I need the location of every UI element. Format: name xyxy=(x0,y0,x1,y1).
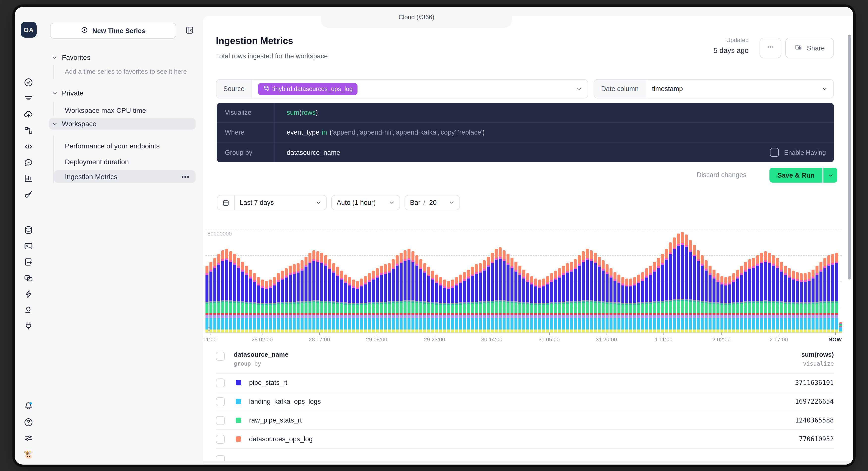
stacked-bar[interactable] xyxy=(336,267,339,333)
stacked-bar[interactable] xyxy=(344,275,347,333)
table-row[interactable]: pipe_stats_rt3711636101 xyxy=(216,374,834,392)
code-icon[interactable] xyxy=(23,141,34,152)
stacked-bar[interactable] xyxy=(562,266,565,333)
stacked-bar[interactable] xyxy=(423,263,426,333)
filter-lines-icon[interactable] xyxy=(23,93,34,104)
stacked-bar[interactable] xyxy=(526,273,529,333)
stacked-bar[interactable] xyxy=(269,280,272,333)
stacked-bar[interactable] xyxy=(249,269,252,333)
stacked-bar[interactable] xyxy=(530,276,533,333)
stacked-bar[interactable] xyxy=(590,250,592,333)
stacked-bar[interactable] xyxy=(732,273,735,333)
stacked-bar[interactable] xyxy=(653,262,656,333)
stacked-bar[interactable] xyxy=(788,268,790,333)
stacked-bar[interactable] xyxy=(669,242,672,333)
stacked-bar[interactable] xyxy=(601,261,604,333)
item-more-icon[interactable]: ••• xyxy=(182,173,190,180)
row-checkbox[interactable] xyxy=(216,397,225,406)
stacked-bar[interactable] xyxy=(320,253,323,333)
stacked-bar[interactable] xyxy=(364,276,367,333)
stacked-bar[interactable] xyxy=(546,276,549,333)
stacked-bar[interactable] xyxy=(819,262,822,333)
stacked-bar[interactable] xyxy=(217,254,220,333)
stacked-bar[interactable] xyxy=(233,254,236,333)
groupby-row[interactable]: Group by datasource_name Enable Having xyxy=(217,143,834,162)
stacked-bar[interactable] xyxy=(506,254,509,333)
stacked-bar[interactable] xyxy=(281,271,283,333)
stacked-bar[interactable] xyxy=(519,266,521,333)
save-run-dropdown-button[interactable] xyxy=(824,168,837,182)
stacked-bar[interactable] xyxy=(435,275,438,333)
stacked-bar[interactable] xyxy=(356,281,359,333)
copy-icon[interactable] xyxy=(23,273,34,283)
stacked-bar[interactable] xyxy=(479,263,482,333)
key-icon[interactable] xyxy=(23,190,34,200)
stacked-bar[interactable] xyxy=(348,277,351,333)
stacked-bar[interactable] xyxy=(427,267,430,333)
stacked-bar[interactable] xyxy=(475,264,477,333)
stacked-bar[interactable] xyxy=(701,255,703,333)
date-range-select[interactable]: Last 7 days xyxy=(217,195,327,210)
stacked-bar[interactable] xyxy=(459,275,462,333)
stacked-bar[interactable] xyxy=(800,273,802,333)
stacked-bar[interactable] xyxy=(582,251,585,333)
stacked-bar[interactable] xyxy=(839,322,842,333)
stacked-bar[interactable] xyxy=(598,257,600,333)
stacked-bar[interactable] xyxy=(392,259,394,333)
stacked-bar[interactable] xyxy=(705,261,707,333)
stacked-bar[interactable] xyxy=(463,272,466,333)
stacked-bar[interactable] xyxy=(586,249,588,333)
stacked-bar[interactable] xyxy=(495,249,497,333)
stacked-bar[interactable] xyxy=(645,268,648,333)
stacked-bar[interactable] xyxy=(720,276,723,333)
stacked-bar[interactable] xyxy=(693,245,695,333)
stacked-bar[interactable] xyxy=(610,268,612,333)
stacked-bar[interactable] xyxy=(237,258,240,333)
stacked-bar[interactable] xyxy=(372,271,375,333)
stacked-bar[interactable] xyxy=(677,234,680,333)
table-row[interactable]: datasources_ops_log770610932 xyxy=(216,430,834,449)
stacked-bar[interactable] xyxy=(554,271,557,333)
stacked-bar[interactable] xyxy=(305,257,307,333)
stacked-bar[interactable] xyxy=(340,271,343,333)
stacked-bar[interactable] xyxy=(257,277,260,333)
file-export-icon[interactable] xyxy=(23,257,34,267)
stacked-bar[interactable] xyxy=(614,272,616,333)
stacked-bar[interactable] xyxy=(301,261,303,333)
stacked-bar[interactable] xyxy=(760,253,763,333)
share-button[interactable]: Share xyxy=(785,38,834,58)
new-time-series-button[interactable]: New Time Series xyxy=(50,23,176,39)
workspace-avatar[interactable]: OA xyxy=(21,22,37,38)
stacked-bar[interactable] xyxy=(538,280,541,333)
stacked-bar[interactable] xyxy=(574,259,577,333)
stacked-bar[interactable] xyxy=(380,266,382,333)
row-checkbox[interactable] xyxy=(216,435,225,443)
cow-emoji-icon[interactable]: 🐮 xyxy=(23,449,34,460)
chart-type-select[interactable]: Bar / 20 xyxy=(405,195,460,210)
stacked-bar[interactable] xyxy=(407,249,410,333)
stacked-bar[interactable] xyxy=(784,266,786,333)
stacked-bar[interactable] xyxy=(483,261,486,333)
stacked-bar[interactable] xyxy=(811,269,814,333)
bar-chart-icon[interactable] xyxy=(23,173,34,184)
row-checkbox[interactable] xyxy=(216,416,225,425)
sidebar-item-performance-of-your-endpoints[interactable]: Performance of your endpoints xyxy=(62,139,195,153)
row-checkbox[interactable] xyxy=(216,378,225,387)
discard-changes-button[interactable]: Discard changes xyxy=(697,171,746,179)
stacked-bar[interactable] xyxy=(510,258,513,333)
save-run-button[interactable]: Save & Run xyxy=(770,168,823,182)
stacked-bar[interactable] xyxy=(661,254,664,333)
stacked-bar[interactable] xyxy=(629,278,632,333)
stacked-bar[interactable] xyxy=(689,240,691,333)
stacked-bar[interactable] xyxy=(332,263,335,333)
enable-having-toggle[interactable]: Enable Having xyxy=(770,148,826,157)
stacked-bar[interactable] xyxy=(241,262,244,333)
stacked-bar[interactable] xyxy=(261,280,264,333)
stacked-bar[interactable] xyxy=(824,258,826,333)
sink-icon[interactable] xyxy=(23,305,34,315)
pipeline-icon[interactable] xyxy=(23,125,34,136)
source-select[interactable]: Source tinybird.datasources_ops_log xyxy=(216,79,588,98)
stacked-bar[interactable] xyxy=(273,277,276,333)
stacked-bar[interactable] xyxy=(744,262,747,333)
sidebar-item-ingestion-metrics[interactable]: Ingestion Metrics••• xyxy=(54,170,195,183)
